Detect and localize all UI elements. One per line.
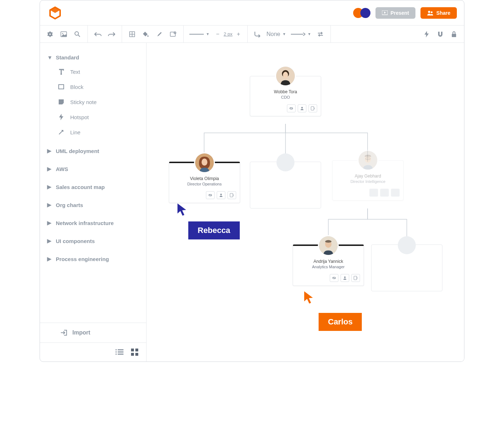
person-icon[interactable] bbox=[298, 104, 306, 112]
line-start-dropdown[interactable] bbox=[253, 31, 261, 37]
svg-point-25 bbox=[283, 72, 288, 78]
card-title: CDO bbox=[254, 95, 317, 99]
grid-icon[interactable] bbox=[128, 30, 136, 39]
chevron-right-icon: ▶ bbox=[47, 184, 52, 190]
svg-point-30 bbox=[220, 194, 222, 195]
edit-icon[interactable] bbox=[228, 191, 236, 199]
grid-view-button[interactable] bbox=[130, 348, 139, 356]
redo-button[interactable] bbox=[107, 30, 116, 39]
lightning-icon[interactable] bbox=[422, 30, 431, 39]
swap-direction-icon[interactable] bbox=[316, 30, 325, 39]
cursor-label-rebecca: Rebecca bbox=[188, 221, 240, 239]
checklist-icon[interactable] bbox=[169, 30, 177, 39]
org-card-placeholder-2[interactable] bbox=[371, 244, 442, 291]
present-button[interactable]: Present bbox=[375, 7, 415, 19]
sidebar-group-standard[interactable]: ▼ Standard bbox=[47, 51, 139, 64]
svg-rect-21 bbox=[131, 353, 134, 356]
svg-rect-22 bbox=[135, 353, 138, 356]
chevron-right-icon: ▶ bbox=[47, 148, 52, 154]
sidebar-group-aws[interactable]: ▶AWS bbox=[47, 162, 139, 176]
edit-icon[interactable] bbox=[309, 104, 317, 112]
svg-rect-12 bbox=[59, 85, 64, 89]
action-placeholder bbox=[391, 189, 400, 197]
diagram-canvas[interactable]: Wobbe Tora CDO Violeta Olimpia Director … bbox=[147, 43, 464, 362]
card-name: Ajay Gebhard bbox=[336, 174, 400, 179]
share-button[interactable]: Share bbox=[420, 7, 457, 19]
svg-rect-18 bbox=[118, 354, 123, 355]
sticky-note-icon bbox=[57, 98, 65, 106]
action-placeholder bbox=[369, 189, 378, 197]
chevron-right-icon: ▶ bbox=[47, 202, 52, 208]
svg-point-29 bbox=[202, 158, 207, 166]
person-icon[interactable] bbox=[341, 274, 349, 282]
stroke-width-stepper[interactable]: − 2 px + bbox=[215, 31, 242, 37]
person-icon[interactable] bbox=[217, 191, 225, 199]
sidebar-item-sticky-note[interactable]: Sticky note bbox=[57, 94, 139, 109]
action-placeholder bbox=[380, 189, 389, 197]
image-icon[interactable] bbox=[59, 30, 68, 39]
import-button[interactable]: Import bbox=[40, 323, 146, 343]
chevron-down-icon: ▼ bbox=[47, 54, 52, 60]
link-icon[interactable] bbox=[206, 191, 215, 199]
link-icon[interactable] bbox=[330, 274, 338, 282]
svg-rect-31 bbox=[230, 193, 233, 197]
sidebar-group-label: Sales account map bbox=[56, 184, 105, 190]
sidebar-group-process[interactable]: ▶Process engineering bbox=[47, 252, 139, 266]
sidebar-item-label: Line bbox=[70, 129, 80, 135]
org-card-analytics[interactable]: Andrija Yannick Analytics Manager bbox=[293, 244, 364, 286]
lightning-icon bbox=[57, 113, 65, 121]
org-card-placeholder[interactable] bbox=[250, 162, 321, 208]
arrow-style-dropdown[interactable]: ▼ bbox=[291, 32, 311, 36]
settings-gear-icon[interactable] bbox=[46, 30, 54, 39]
list-view-button[interactable] bbox=[115, 348, 124, 356]
svg-point-37 bbox=[344, 277, 346, 278]
chevron-down-icon: ▼ bbox=[282, 32, 286, 36]
svg-rect-17 bbox=[116, 354, 117, 355]
card-name: Wobbe Tora bbox=[254, 89, 317, 94]
sidebar-group-label: Org charts bbox=[56, 202, 83, 208]
undo-button[interactable] bbox=[94, 30, 102, 39]
cursor-carlos bbox=[303, 291, 314, 306]
chevron-down-icon: ▼ bbox=[307, 32, 311, 36]
org-card-cdo[interactable]: Wobbe Tora CDO bbox=[250, 76, 321, 116]
svg-rect-19 bbox=[131, 349, 134, 351]
text-icon bbox=[57, 68, 65, 76]
sidebar-group-sales[interactable]: ▶Sales account map bbox=[47, 180, 139, 194]
magnet-icon[interactable] bbox=[436, 30, 445, 39]
sidebar-group-label: Network infrastructure bbox=[56, 220, 114, 226]
minus-button[interactable]: − bbox=[215, 31, 221, 37]
presence-user-2[interactable] bbox=[360, 8, 370, 18]
svg-rect-27 bbox=[311, 107, 314, 110]
line-end-none-dropdown[interactable]: None ▼ bbox=[266, 31, 286, 37]
sidebar-item-label: Block bbox=[70, 84, 84, 90]
sidebar-group-uml[interactable]: ▶UML deployment bbox=[47, 144, 139, 158]
pencil-icon[interactable] bbox=[155, 30, 164, 39]
org-card-operations[interactable]: Violeta Olimpia Director Operations bbox=[169, 162, 240, 203]
import-label: Import bbox=[72, 329, 90, 336]
svg-rect-11 bbox=[452, 34, 456, 37]
sidebar-group-label: UI components bbox=[56, 238, 95, 244]
sidebar-item-block[interactable]: Block bbox=[57, 79, 139, 94]
edit-icon[interactable] bbox=[351, 274, 360, 282]
presence-avatars[interactable] bbox=[353, 8, 370, 18]
link-icon[interactable] bbox=[287, 104, 296, 112]
sidebar-group-ui[interactable]: ▶UI components bbox=[47, 234, 139, 248]
card-title: Director Intelligence bbox=[336, 179, 400, 184]
lock-icon[interactable] bbox=[450, 30, 458, 39]
card-name: Violeta Olimpia bbox=[173, 176, 236, 181]
sidebar-item-line[interactable]: Line bbox=[57, 125, 139, 140]
sidebar-group-label: Standard bbox=[56, 54, 79, 60]
org-card-intelligence[interactable]: Ajay Gebhard Director Intelligence bbox=[332, 160, 404, 201]
chevron-right-icon: ▶ bbox=[47, 238, 52, 244]
avatar bbox=[194, 152, 215, 173]
chevron-right-icon: ▶ bbox=[47, 256, 52, 262]
sidebar-group-network[interactable]: ▶Network infrastructure bbox=[47, 216, 139, 230]
line-style-dropdown[interactable]: ▼ bbox=[189, 32, 210, 36]
sidebar-group-orgcharts[interactable]: ▶Org charts bbox=[47, 198, 139, 212]
sidebar-item-hotspot[interactable]: Hotspot bbox=[57, 109, 139, 125]
sidebar-item-text[interactable]: Text bbox=[57, 64, 139, 79]
sidebar-group-label: AWS bbox=[56, 166, 68, 172]
fill-bucket-icon[interactable] bbox=[141, 30, 150, 39]
search-icon[interactable] bbox=[73, 30, 82, 39]
plus-button[interactable]: + bbox=[235, 31, 242, 37]
